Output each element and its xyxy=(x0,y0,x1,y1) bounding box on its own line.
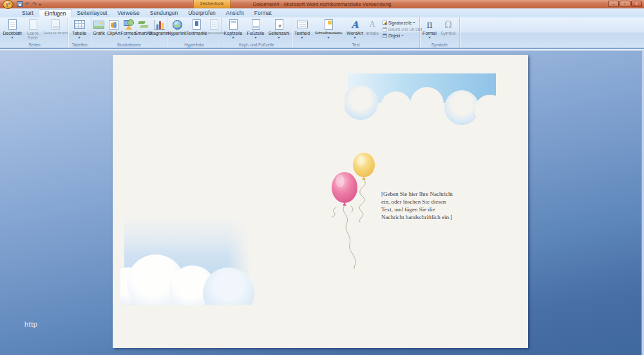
formen-button[interactable]: Formen xyxy=(121,18,136,40)
dropdown-arrow-icon xyxy=(232,37,234,40)
ribbon-group-text: Textfeld Schnellbausteine A WordArt xyxy=(292,17,420,48)
dropdown-arrow-icon xyxy=(278,37,280,40)
ribbon-tab-row: Start Einfügen Seitenlayout Verweise Sen… xyxy=(0,8,644,17)
formel-button[interactable]: π Formel xyxy=(420,18,439,40)
fusszeile-button[interactable]: Fußzeile xyxy=(245,18,267,40)
signaturzeile-button[interactable]: Signaturzeile xyxy=(383,19,422,26)
omega-symbol-icon: Ω xyxy=(444,19,452,30)
tabelle-button[interactable]: Tabelle xyxy=(68,18,90,40)
tab-verweise[interactable]: Verweise xyxy=(112,9,145,17)
close-icon[interactable]: × xyxy=(631,1,642,7)
group-label-illustrationen: Illustrationen xyxy=(91,43,167,47)
cloud-graphic-bottom-left[interactable] xyxy=(120,215,257,348)
initiale-button: A Initiale xyxy=(365,18,380,35)
seitenzahl-button[interactable]: # Seitenzahl xyxy=(267,18,291,40)
group-label-text: Text xyxy=(292,43,419,47)
save-icon[interactable] xyxy=(17,1,23,7)
office-button[interactable] xyxy=(3,0,14,9)
objekt-button[interactable]: Objekt xyxy=(383,32,422,39)
word-window: ↶ ↷ ▾ Zeichentools Dokument4 - Microsoft… xyxy=(0,0,644,355)
hyperlink-button[interactable]: Hyperlink xyxy=(167,18,187,35)
group-label-tabellen: Tabellen xyxy=(68,43,91,47)
redo-icon[interactable]: ↷ xyxy=(32,1,37,8)
picture-icon xyxy=(93,19,104,30)
datum-uhrzeit-button: Datum und Uhrzeit xyxy=(383,26,422,32)
ribbon-group-hyperlinks: Hyperlink Textmarke Querverweis Hyperlin… xyxy=(167,17,222,48)
smartart-icon xyxy=(138,19,149,30)
leere-seite-button: Leere Seite xyxy=(23,18,43,41)
shapes-icon xyxy=(124,19,134,30)
tab-start[interactable]: Start xyxy=(17,9,39,17)
globe-icon xyxy=(173,19,182,30)
querverweis-button: Querverweis xyxy=(206,18,222,35)
tab-format[interactable]: Format xyxy=(249,9,277,17)
message-placeholder-text[interactable]: [Geben Sie hier Ihre Nachricht ein, oder… xyxy=(381,190,453,221)
office-logo-dot xyxy=(9,5,11,7)
page-number-icon: # xyxy=(275,19,283,30)
ribbon-group-kopf-fusszeile: Kopfzeile Fußzeile # Seitenzahl Kopf- un… xyxy=(222,17,292,48)
deckblatt-button[interactable]: Deckblatt xyxy=(1,18,23,40)
table-icon xyxy=(74,19,85,30)
symbol-button: Ω Symbol xyxy=(439,18,457,35)
vertical-scrollbar[interactable] xyxy=(641,51,644,355)
dropdown-arrow-icon xyxy=(327,37,330,40)
footer-icon xyxy=(252,19,260,30)
cover-page-icon xyxy=(8,19,17,30)
page-break-icon xyxy=(52,19,60,30)
text-box-icon xyxy=(297,19,308,30)
tab-seitenlayout[interactable]: Seitenlayout xyxy=(72,9,113,17)
tab-ueberpruefen[interactable]: Überprüfen xyxy=(183,9,221,17)
message-line: ein, oder löschen Sie diesen xyxy=(381,198,453,206)
bookmark-icon xyxy=(193,19,201,30)
clipart-icon xyxy=(109,19,118,30)
seitenumbruch-button: Seitenumbruch xyxy=(43,18,68,35)
tab-ansicht[interactable]: Ansicht xyxy=(221,9,249,17)
titlebar: ↶ ↷ ▾ Zeichentools Dokument4 - Microsoft… xyxy=(0,0,644,8)
blank-page-icon xyxy=(29,19,37,30)
dropdown-arrow-icon xyxy=(428,37,431,40)
tab-einfuegen[interactable]: Einfügen xyxy=(39,9,72,17)
dropdown-arrow-icon xyxy=(413,22,415,24)
message-line: [Geben Sie hier Ihre Nachricht xyxy=(381,190,453,198)
schnellbausteine-button[interactable]: Schnellbausteine xyxy=(312,18,345,40)
window-title: Dokument4 - Microsoft Word nichtkommerzi… xyxy=(219,1,425,7)
wordart-icon: A xyxy=(352,19,359,30)
kopfzeile-button[interactable]: Kopfzeile xyxy=(222,18,245,40)
qat-menu-icon[interactable]: ▾ xyxy=(39,1,41,8)
minimize-icon[interactable]: – xyxy=(608,1,619,7)
drop-cap-icon: A xyxy=(370,19,375,30)
ribbon-group-tabellen: Tabelle Tabellen xyxy=(68,17,91,48)
dropdown-arrow-icon xyxy=(401,35,404,37)
message-line: Text, und fügen Sie die xyxy=(381,206,453,213)
dropdown-arrow-icon xyxy=(254,37,257,40)
diagramm-button[interactable]: Diagramm xyxy=(151,18,167,35)
tab-sendungen[interactable]: Sendungen xyxy=(145,9,184,17)
office-logo-dot xyxy=(6,5,8,7)
object-icon xyxy=(383,34,387,38)
textfeld-button[interactable]: Textfeld xyxy=(292,18,312,40)
cross-reference-icon xyxy=(210,19,218,30)
cloud-graphic-top-right[interactable] xyxy=(345,72,496,133)
group-label-kopf-fusszeile: Kopf- und Fußzeile xyxy=(222,43,292,47)
group-label-seiten: Seiten xyxy=(1,43,68,47)
clipart-button[interactable]: ClipArt xyxy=(106,18,121,35)
undo-icon[interactable]: ↶ xyxy=(25,1,30,8)
message-line: Nachricht handschriftlich ein.] xyxy=(381,213,453,221)
dropdown-arrow-icon xyxy=(301,37,303,40)
dropdown-arrow-icon xyxy=(128,37,130,40)
calendar-clock-icon xyxy=(383,27,387,32)
signature-pen-icon xyxy=(383,21,387,25)
ribbon-group-illustrationen: Grafik ClipArt Formen SmartArt xyxy=(91,17,167,48)
chart-icon xyxy=(155,19,165,30)
header-icon xyxy=(229,19,238,30)
office-logo-dot xyxy=(8,3,10,5)
group-label-symbole: Symbole xyxy=(420,43,459,47)
http-watermark-text: http xyxy=(24,320,37,328)
grafik-button[interactable]: Grafik xyxy=(91,18,106,35)
restore-icon[interactable]: ▫ xyxy=(620,1,630,7)
group-label-hyperlinks: Hyperlinks xyxy=(167,43,221,47)
wordart-button[interactable]: A WordArt xyxy=(345,18,365,40)
window-controls: – ▫ × xyxy=(608,1,642,7)
document-page[interactable]: [Geben Sie hier Ihre Nachricht ein, oder… xyxy=(113,55,528,348)
quick-parts-icon xyxy=(325,19,333,30)
